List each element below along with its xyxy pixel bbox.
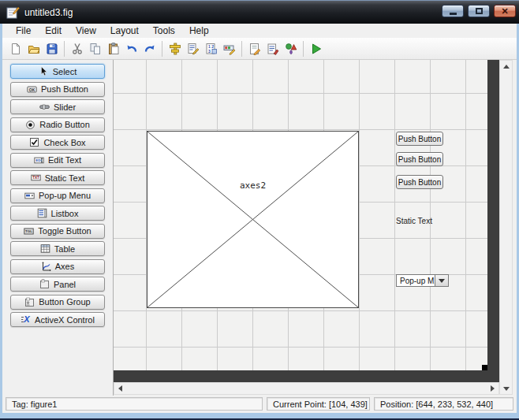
tab-order-editor-icon: 1 23 [205, 43, 218, 55]
palette-label: Listbox [51, 209, 79, 218]
palette-popup-menu[interactable]: Pop-up Menu [10, 188, 105, 203]
axes-icon [41, 262, 51, 272]
scroll-left-button[interactable] [114, 383, 126, 394]
palette-listbox[interactable]: Listbox [10, 206, 105, 221]
window-title: untitled3.fig [24, 7, 73, 18]
toolbar: 1 23 [2, 38, 517, 60]
save-icon [46, 43, 58, 55]
toolbar-separator [64, 41, 65, 57]
svg-text:T: T [43, 279, 44, 282]
menu-view[interactable]: View [69, 24, 103, 37]
palette-edit-text[interactable]: EDI Edit Text [10, 153, 105, 168]
run-icon [310, 43, 323, 55]
editor-icon [248, 43, 261, 55]
palette-label: Static Text [45, 173, 85, 183]
canvas-push-button-2[interactable]: Push Button [396, 152, 443, 166]
palette-panel[interactable]: T Panel [10, 277, 105, 292]
property-inspector-button[interactable] [263, 39, 282, 58]
status-position: Position: [644, 233, 532, 440] [374, 397, 513, 411]
menu-file[interactable]: File [9, 24, 38, 37]
palette-button-group[interactable]: Button Group [10, 295, 105, 310]
minimize-button[interactable] [442, 5, 464, 17]
main-area: Select OK Push Button Slider Radio Butto… [2, 60, 517, 396]
object-browser-button[interactable] [282, 39, 300, 58]
menu-editor-button[interactable] [184, 39, 202, 58]
palette-label: Select [53, 67, 77, 76]
palette-label: Table [54, 244, 75, 254]
palette-label: Slider [54, 102, 76, 112]
toolbar-editor-button[interactable] [220, 39, 238, 58]
arrow-right-icon [491, 385, 495, 392]
arrow-down-icon [503, 387, 510, 391]
save-button[interactable] [43, 39, 61, 58]
palette-push-button[interactable]: OK Push Button [10, 82, 105, 97]
paste-icon [107, 43, 120, 55]
status-tag: Tag: figure1 [6, 397, 263, 411]
checkbox-icon [29, 137, 39, 147]
close-button[interactable]: ✕ [494, 5, 516, 17]
palette-slider[interactable]: Slider [10, 99, 105, 114]
table-icon [40, 243, 50, 254]
component-palette: Select OK Push Button Slider Radio Butto… [2, 60, 114, 396]
cut-button[interactable] [68, 39, 86, 58]
copy-button[interactable] [86, 39, 104, 58]
palette-label: Edit Text [48, 155, 81, 165]
axes-object[interactable]: axes2 [147, 131, 359, 308]
undo-button[interactable] [122, 39, 140, 58]
arrow-left-icon [118, 385, 122, 392]
menu-help[interactable]: Help [182, 24, 216, 37]
open-button[interactable] [24, 39, 43, 58]
canvas-popup-menu[interactable]: Pop-up M... [396, 274, 449, 287]
vertical-scrollbar[interactable] [499, 60, 513, 395]
title-bar[interactable]: untitled3.fig ✕ [0, 0, 519, 24]
new-button[interactable] [6, 39, 24, 58]
tab-order-editor-button[interactable]: 1 23 [202, 39, 220, 58]
align-objects-button[interactable] [166, 39, 184, 58]
layout-canvas[interactable]: axes2 Push Button Push Button Push Butto… [114, 60, 517, 396]
toolbar-editor-icon [223, 43, 236, 55]
canvas-push-button-1[interactable]: Push Button [396, 132, 443, 146]
edittext-icon: EDI [34, 155, 44, 165]
slider-icon [39, 102, 50, 112]
palette-label: Pop-up Menu [39, 191, 91, 200]
menu-editor-icon [187, 43, 200, 55]
palette-label: Button Group [39, 297, 90, 307]
maximize-button[interactable] [468, 5, 490, 17]
status-current-point: Current Point: [104, 439] [267, 397, 370, 411]
run-button[interactable] [307, 39, 325, 58]
palette-axes[interactable]: Axes [10, 259, 105, 274]
chevron-down-icon [439, 279, 445, 283]
menu-layout[interactable]: Layout [103, 24, 146, 37]
new-icon [9, 43, 22, 55]
palette-toggle-button[interactable]: TGL Toggle Button [10, 224, 105, 239]
palette-activex-control[interactable]: X ActiveX Control [10, 312, 105, 327]
svg-text:EDI: EDI [35, 158, 41, 162]
cursor-icon [39, 66, 49, 76]
canvas-push-button-3[interactable]: Push Button [396, 175, 443, 189]
palette-table[interactable]: Table [10, 241, 105, 256]
palette-label: Panel [54, 280, 76, 289]
figure-resize-handle[interactable] [482, 365, 487, 370]
paste-button[interactable] [104, 39, 122, 58]
palette-select[interactable]: Select [10, 64, 105, 79]
editor-button[interactable] [245, 39, 263, 58]
menu-tools[interactable]: Tools [146, 24, 182, 37]
redo-icon [144, 43, 156, 55]
canvas-static-text[interactable]: Static Text [396, 217, 432, 225]
palette-check-box[interactable]: Check Box [10, 135, 105, 150]
menu-edit[interactable]: Edit [38, 24, 69, 37]
horizontal-scrollbar[interactable] [114, 382, 499, 395]
toolbar-separator [241, 41, 242, 57]
panel-icon: T [39, 279, 50, 289]
scroll-right-button[interactable] [487, 383, 498, 394]
scroll-up-button[interactable] [500, 61, 512, 72]
scroll-down-button[interactable] [500, 383, 512, 394]
outside-figure-area [487, 60, 499, 382]
toolbar-separator [303, 41, 304, 57]
redo-button[interactable] [140, 39, 159, 58]
popup-dropdown-button[interactable] [435, 275, 448, 286]
palette-static-text[interactable]: TXT Static Text [10, 170, 105, 185]
popupmenu-icon [24, 191, 35, 201]
menu-bar: File Edit View Layout Tools Help [2, 24, 517, 38]
palette-radio-button[interactable]: Radio Button [10, 117, 105, 132]
